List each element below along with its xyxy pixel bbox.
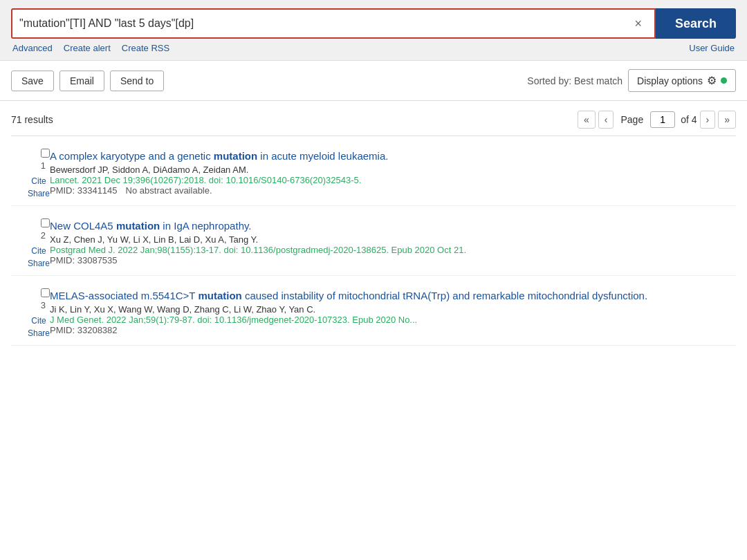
- cite-share-col: Cite Share: [28, 316, 50, 338]
- article-list: 1 Cite Share A complex karyotype and a g…: [11, 136, 736, 346]
- green-dot-indicator: [721, 77, 727, 84]
- article-journal: Lancet. 2021 Dec 19;396(10267):2018. doi…: [50, 175, 736, 185]
- article-pmid: PMID: 33087535: [50, 255, 118, 265]
- title-prefix: New COL4A5: [50, 220, 116, 232]
- article-journal: Postgrad Med J. 2022 Jan;98(1155):13-17.…: [50, 245, 736, 255]
- search-clear-button[interactable]: ×: [629, 17, 647, 31]
- article-checkbox[interactable]: [41, 149, 50, 158]
- gear-icon: ⚙: [707, 74, 717, 87]
- save-button[interactable]: Save: [11, 71, 54, 91]
- article-checkbox[interactable]: [41, 288, 50, 297]
- article-no-abstract: No abstract available.: [126, 185, 212, 196]
- article-left-col: 1 Cite Share: [11, 136, 50, 205]
- article-pmid-row: PMID: 33341145 No abstract available.: [50, 185, 736, 196]
- search-row: × Search: [11, 8, 736, 39]
- article-number: 3: [41, 300, 50, 310]
- create-rss-link[interactable]: Create RSS: [122, 43, 169, 53]
- title-prefix: A complex karyotype and a genetic: [50, 150, 214, 162]
- page-label: Page: [620, 114, 643, 125]
- title-suffix: in IgA nephropathy.: [160, 220, 251, 232]
- article-checkbox[interactable]: [41, 218, 50, 227]
- cite-link[interactable]: Cite: [28, 176, 50, 186]
- list-item: 1 Cite Share A complex karyotype and a g…: [11, 136, 736, 206]
- article-journal: J Med Genet. 2022 Jan;59(1):79-87. doi: …: [50, 315, 736, 325]
- list-item: 2 Cite Share New COL4A5 mutation in IgA …: [11, 206, 736, 276]
- article-number: 2: [41, 230, 50, 241]
- close-icon: ×: [634, 17, 642, 31]
- title-bold-mutation: mutation: [214, 150, 257, 162]
- cite-share-col: Cite Share: [28, 176, 50, 198]
- title-bold-mutation: mutation: [116, 220, 160, 232]
- article-number: 1: [41, 160, 50, 171]
- user-guide-link[interactable]: User Guide: [689, 43, 735, 53]
- last-page-button[interactable]: »: [718, 111, 736, 129]
- create-alert-link[interactable]: Create alert: [64, 43, 111, 53]
- search-button[interactable]: Search: [656, 8, 736, 39]
- article-authors: Ji K, Lin Y, Xu X, Wang W, Wang D, Zhang…: [50, 304, 736, 315]
- results-pagination-row: 71 results « ‹ Page of 4 › »: [11, 101, 736, 136]
- article-title-link[interactable]: New COL4A5 mutation in IgA nephropathy.: [50, 220, 252, 232]
- toolbar: Save Email Send to Sorted by: Best match…: [0, 61, 747, 101]
- cite-link[interactable]: Cite: [28, 246, 50, 256]
- title-bold-mutation: mutation: [198, 290, 241, 301]
- send-to-button[interactable]: Send to: [110, 71, 164, 91]
- display-options-label: Display options: [637, 75, 703, 86]
- article-pmid: PMID: 33208382: [50, 325, 118, 335]
- cite-link[interactable]: Cite: [28, 316, 50, 326]
- prev-page-button[interactable]: ‹: [598, 111, 614, 129]
- list-item: 3 Cite Share MELAS-associated m.5541C>T …: [11, 276, 736, 346]
- article-title-link[interactable]: A complex karyotype and a genetic mutati…: [50, 150, 388, 162]
- article-content: A complex karyotype and a genetic mutati…: [50, 136, 736, 205]
- share-link[interactable]: Share: [28, 189, 50, 198]
- title-prefix: MELAS-associated m.5541C>T: [50, 290, 198, 301]
- advanced-link[interactable]: Advanced: [12, 43, 53, 53]
- share-link[interactable]: Share: [28, 328, 50, 338]
- page-number-input[interactable]: [650, 111, 675, 128]
- article-pmid-row: PMID: 33208382: [50, 325, 736, 335]
- search-input[interactable]: [19, 17, 629, 30]
- search-input-wrapper: ×: [11, 8, 656, 39]
- article-left-col: 3 Cite Share: [11, 276, 50, 345]
- share-link[interactable]: Share: [28, 259, 50, 268]
- article-content: MELAS-associated m.5541C>T mutation caus…: [50, 276, 736, 345]
- search-links: Advanced Create alert Create RSS User Gu…: [11, 39, 736, 55]
- search-links-left: Advanced Create alert Create RSS: [12, 43, 169, 53]
- article-pmid: PMID: 33341145: [50, 185, 118, 196]
- title-suffix: caused instability of mitochondrial tRNA…: [242, 290, 647, 301]
- article-authors: Bewersdorf JP, Siddon A, DiAdamo A, Zeid…: [50, 165, 736, 175]
- article-pmid-row: PMID: 33087535: [50, 255, 736, 265]
- title-suffix: in acute myeloid leukaemia.: [257, 150, 388, 162]
- results-area: 71 results « ‹ Page of 4 › » 1 Cite Shar…: [0, 101, 747, 346]
- article-left-col: 2 Cite Share: [11, 206, 50, 275]
- cite-share-col: Cite Share: [28, 246, 50, 268]
- next-page-button[interactable]: ›: [700, 111, 716, 129]
- display-options-button[interactable]: Display options ⚙: [628, 69, 736, 92]
- article-title-link[interactable]: MELAS-associated m.5541C>T mutation caus…: [50, 290, 647, 301]
- email-button[interactable]: Email: [59, 71, 104, 91]
- page-total: of 4: [681, 114, 697, 125]
- article-content: New COL4A5 mutation in IgA nephropathy. …: [50, 206, 736, 275]
- first-page-button[interactable]: «: [578, 111, 596, 129]
- article-authors: Xu Z, Chen J, Yu W, Li X, Lin B, Lai D, …: [50, 234, 736, 245]
- pagination: « ‹ Page of 4 › »: [578, 111, 736, 129]
- sort-label: Sorted by: Best match: [527, 75, 622, 86]
- search-bar-area: × Search Advanced Create alert Create RS…: [0, 0, 747, 61]
- results-count: 71 results: [11, 114, 53, 125]
